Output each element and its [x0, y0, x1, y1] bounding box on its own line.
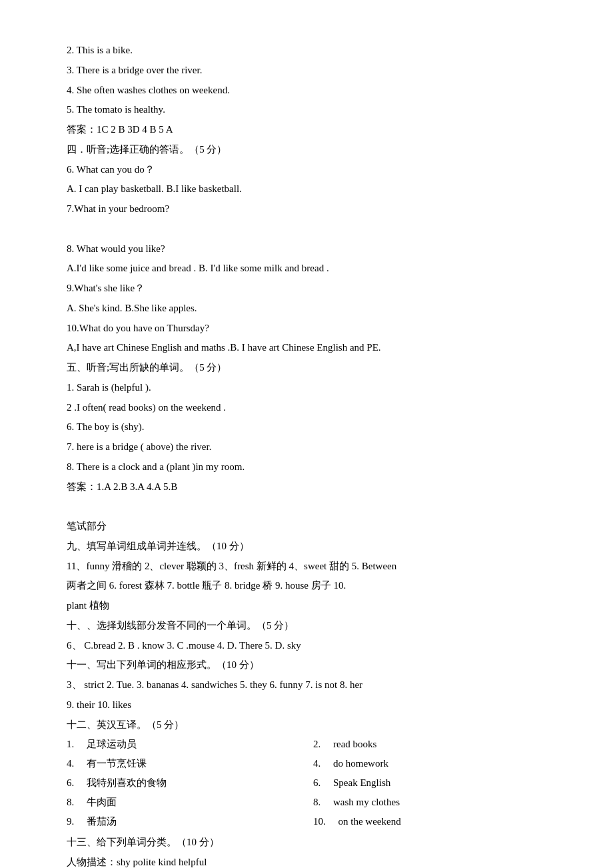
line-23: 答案：1.A 2.B 3.A 4.A 5.B	[67, 478, 560, 497]
line-4: 5. The tomato is healthy.	[67, 101, 560, 119]
line-15: 10.What do you have on Thursday?	[67, 319, 560, 338]
trans-english-5: on the weekend	[338, 816, 401, 827]
trans-chinese-1: 足球运动员	[87, 739, 137, 749]
translation-row-3: 6. 我特别喜欢的食物 6. Speak English	[67, 774, 560, 792]
line-2: 3. There is a bridge over the river.	[67, 61, 560, 80]
line-5: 答案：1C 2 B 3D 4 B 5 A	[67, 121, 560, 139]
trans-english-4: wash my clothes	[333, 797, 400, 807]
line-25: 笔试部分	[67, 517, 560, 536]
row1-label: 人物描述：	[67, 857, 117, 867]
line-18: 1. Sarah is (helpful ).	[67, 379, 560, 397]
trans-english-2: do homework	[333, 758, 388, 769]
line-13: 9.What's she like？	[67, 279, 560, 298]
line-28: 两者之间 6. forest 森林 7. bottle 瓶子 8. bridge…	[67, 577, 560, 595]
trans-num-2: 4.	[67, 758, 74, 769]
trans-num-5: 9.	[67, 816, 74, 827]
trans-num2-3: 6.	[313, 777, 320, 788]
section-13: 十三、给下列单词分类。（10 分） 人物描述：shy polite kind h…	[67, 833, 560, 868]
line-24	[67, 497, 560, 516]
translation-section: 1. 足球运动员 2. read books 4. 有一节烹饪课 4. do h…	[67, 735, 560, 831]
trans-chinese-5: 番茄汤	[87, 816, 117, 827]
line-20: 6. The boy is (shy).	[67, 418, 560, 437]
line-21: 7. here is a bridge ( above) the river.	[67, 438, 560, 457]
page-content: 2. This is a bike. 3. There is a bridge …	[67, 41, 560, 868]
trans-num2-2: 4.	[313, 758, 320, 769]
translation-row-5: 9. 番茄汤 10. on the weekend	[67, 813, 560, 831]
line-35: 十二、英汉互译。（5 分）	[67, 716, 560, 735]
trans-english-3: Speak English	[333, 777, 390, 788]
trans-num2-4: 8.	[313, 797, 320, 807]
translation-row-1: 1. 足球运动员 2. read books	[67, 735, 560, 753]
trans-num2-1: 2.	[313, 739, 320, 749]
line-9: 7.What in your bedroom?	[67, 200, 560, 219]
line-29: plant 植物	[67, 597, 560, 615]
line-7: 6. What can you do？	[67, 161, 560, 179]
line-10	[67, 220, 560, 239]
line-34: 9. their 10. likes	[67, 696, 560, 715]
line-27: 11、funny 滑稽的 2、clever 聪颖的 3、fresh 新鲜的 4、…	[67, 557, 560, 576]
line-14: A. She's kind. B.She like apples.	[67, 299, 560, 318]
trans-num-3: 6.	[67, 777, 74, 788]
line-11: 8. What would you like?	[67, 240, 560, 259]
trans-chinese-4: 牛肉面	[87, 797, 117, 807]
line-8: A. I can play basketball. B.I like baske…	[67, 180, 560, 199]
line-3: 4. She often washes clothes on weekend.	[67, 81, 560, 100]
line-17: 五、听音;写出所缺的单词。（5 分）	[67, 359, 560, 377]
line-1: 2. This is a bike.	[67, 41, 560, 60]
trans-chinese-2: 有一节烹饪课	[87, 758, 147, 769]
translation-row-2: 4. 有一节烹饪课 4. do homework	[67, 755, 560, 773]
trans-chinese-3: 我特别喜欢的食物	[87, 777, 167, 788]
line-30: 十、、选择划线部分发音不同的一个单词。（5 分）	[67, 617, 560, 635]
line-32: 十一、写出下列单词的相应形式。（10 分）	[67, 656, 560, 675]
trans-num-4: 8.	[67, 797, 74, 807]
line-22: 8. There is a clock and a (plant )in my …	[67, 458, 560, 477]
trans-english-1: read books	[333, 739, 376, 749]
line-19: 2 .I often( read books) on the weekend .	[67, 399, 560, 417]
translation-row-4: 8. 牛肉面 8. wash my clothes	[67, 793, 560, 811]
section-13-title: 十三、给下列单词分类。（10 分）	[67, 833, 560, 852]
line-6: 四．听音;选择正确的答语。（5 分）	[67, 141, 560, 159]
line-16: A,I have art Chinese English and maths .…	[67, 339, 560, 357]
line-26: 九、填写单词组成单词并连线。（10 分）	[67, 537, 560, 556]
row1-words: shy polite kind helpful	[117, 857, 207, 867]
trans-num-1: 1.	[67, 739, 74, 749]
trans-num2-5: 10.	[313, 816, 326, 827]
line-12: A.I'd like some juice and bread . B. I'd…	[67, 259, 560, 278]
section-13-row-1: 人物描述：shy polite kind helpful	[67, 853, 560, 868]
line-33: 3、 strict 2. Tue. 3. bananas 4. sandwich…	[67, 676, 560, 695]
line-31: 6、 C.bread 2. B . know 3. C .mouse 4. D.…	[67, 637, 560, 655]
